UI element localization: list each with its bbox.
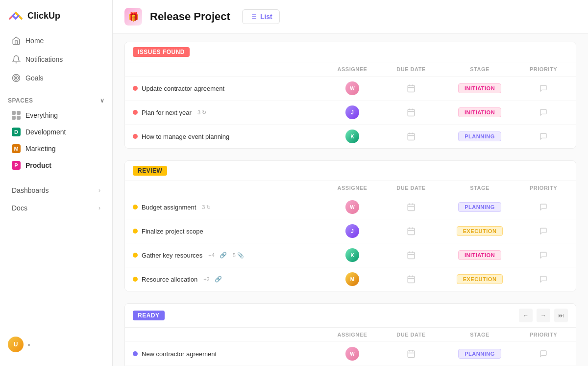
col-task bbox=[133, 66, 323, 72]
toolbar-skip-forward[interactable]: ⏭ bbox=[554, 309, 568, 322]
task-status-dot bbox=[133, 253, 138, 258]
priority-icon bbox=[539, 350, 547, 358]
assignee-cell: J bbox=[323, 105, 382, 119]
marketing-dot: M bbox=[12, 144, 21, 153]
col-priority-r: PRIORITY bbox=[519, 185, 568, 191]
assignee-cell: W bbox=[323, 347, 382, 361]
logo-area: ClickUp bbox=[0, 8, 112, 31]
priority-icon bbox=[539, 84, 547, 92]
priority-cell bbox=[519, 132, 568, 140]
avatar: W bbox=[345, 347, 359, 361]
logo-text: ClickUp bbox=[27, 11, 60, 21]
stage-badge: INITIATION bbox=[458, 250, 501, 260]
table-row[interactable]: Finalize project scope J EXECUTION bbox=[125, 219, 576, 243]
product-dot: P bbox=[12, 161, 21, 170]
avatar: W bbox=[345, 81, 359, 95]
svg-rect-37 bbox=[408, 351, 415, 358]
task-name: Budget assignment bbox=[142, 204, 196, 211]
priority-cell bbox=[519, 108, 568, 116]
table-row[interactable]: Plan for next year 3 ↻ J INITIATION bbox=[125, 101, 576, 125]
stage-cell: INITIATION bbox=[441, 250, 519, 260]
user-avatar[interactable]: U bbox=[8, 337, 24, 352]
col-stage-rd: STAGE bbox=[441, 332, 519, 338]
col-priority-rd: PRIORITY bbox=[519, 332, 568, 338]
spaces-label: Spaces bbox=[8, 97, 33, 104]
user-status-dot: ● bbox=[27, 342, 30, 347]
task-cell: Resource allocation +2 🔗 bbox=[133, 276, 323, 283]
stage-badge: PLANNING bbox=[458, 349, 501, 359]
toolbar-arrow-right[interactable]: → bbox=[537, 309, 550, 322]
stage-cell: EXECUTION bbox=[441, 226, 519, 236]
task-badge: 3 ↻ bbox=[197, 109, 206, 116]
sidebar-item-goals[interactable]: Goals bbox=[4, 69, 108, 87]
calendar-icon bbox=[407, 275, 416, 284]
svg-rect-25 bbox=[408, 228, 415, 235]
link-icon: 🔗 bbox=[220, 252, 227, 259]
assignee-cell: W bbox=[323, 200, 382, 214]
priority-icon bbox=[539, 275, 547, 283]
list-view-label: List bbox=[260, 13, 272, 21]
link-icon: 🔗 bbox=[215, 276, 222, 283]
col-assignee-r: ASSIGNEE bbox=[323, 185, 382, 191]
avatar: J bbox=[345, 105, 359, 119]
task-name: New contractor agreement bbox=[142, 350, 217, 358]
table-row[interactable]: Budget assignment 3 ↻ W PLANNING bbox=[125, 195, 576, 219]
stage-badge: EXECUTION bbox=[457, 226, 503, 236]
date-cell bbox=[382, 227, 441, 235]
task-cell: How to manage event planning bbox=[133, 133, 323, 140]
section-label-ready: READY bbox=[133, 311, 165, 320]
svg-point-1 bbox=[14, 76, 19, 80]
list-view-button[interactable]: List bbox=[242, 9, 280, 24]
sidebar-item-marketing[interactable]: M Marketing bbox=[4, 140, 108, 157]
sidebar-item-development[interactable]: D Development bbox=[4, 124, 108, 140]
goals-label: Goals bbox=[25, 74, 44, 82]
attachment-badge: 5 📎 bbox=[233, 252, 244, 259]
sidebar-item-dashboards[interactable]: Dashboards › bbox=[4, 182, 108, 199]
task-name: Plan for next year bbox=[142, 109, 192, 116]
svg-rect-29 bbox=[408, 252, 415, 259]
bell-icon bbox=[12, 55, 21, 64]
table-header-review: ASSIGNEE DUE DATE STAGE PRIORITY bbox=[125, 181, 576, 195]
task-badge: +2 bbox=[203, 276, 210, 282]
sidebar-item-everything[interactable]: Everything bbox=[4, 107, 108, 124]
calendar-icon bbox=[407, 251, 416, 260]
svg-rect-17 bbox=[408, 133, 415, 140]
table-header-ready: ASSIGNEE DUE DATE STAGE PRIORITY bbox=[125, 328, 576, 342]
task-cell: Gather key resources +4 🔗 5 📎 bbox=[133, 252, 323, 259]
task-name: Resource allocation bbox=[142, 276, 197, 283]
stage-cell: PLANNING bbox=[441, 349, 519, 359]
sidebar-item-product[interactable]: P Product bbox=[4, 157, 108, 174]
section-label-issues: ISSUES FOUND bbox=[133, 47, 190, 57]
calendar-icon bbox=[407, 203, 416, 211]
assignee-cell: W bbox=[323, 81, 382, 95]
date-cell bbox=[382, 251, 441, 260]
goals-icon bbox=[12, 74, 21, 82]
sidebar-item-notifications[interactable]: Notifications bbox=[4, 50, 108, 69]
sidebar-item-docs[interactable]: Docs › bbox=[4, 199, 108, 217]
development-dot: D bbox=[12, 128, 21, 136]
table-row[interactable]: Resource allocation +2 🔗 M EXECUTION bbox=[125, 267, 576, 291]
col-duedate-1: DUE DATE bbox=[382, 66, 441, 72]
table-row[interactable]: New contractor agreement W PLANNING bbox=[125, 342, 576, 366]
list-icon bbox=[249, 13, 257, 21]
docs-label: Docs bbox=[12, 204, 27, 212]
task-status-dot bbox=[133, 351, 138, 356]
col-task-rd bbox=[133, 332, 323, 338]
priority-cell bbox=[519, 251, 568, 259]
col-priority-1: PRIORITY bbox=[519, 66, 568, 72]
task-name: Gather key resources bbox=[142, 252, 202, 259]
dashboards-chevron-icon: › bbox=[98, 187, 100, 194]
spaces-chevron-icon[interactable]: ∨ bbox=[100, 97, 105, 104]
task-badge: 3 ↻ bbox=[202, 204, 211, 210]
table-row[interactable]: Gather key resources +4 🔗 5 📎 K INITIATI… bbox=[125, 243, 576, 267]
priority-cell bbox=[519, 227, 568, 235]
home-icon bbox=[12, 36, 21, 45]
sidebar-item-home[interactable]: Home bbox=[4, 31, 108, 50]
toolbar-arrow-left[interactable]: ← bbox=[519, 309, 533, 322]
content-area: ISSUES FOUND ASSIGNEE DUE DATE STAGE PRI… bbox=[113, 34, 588, 366]
table-row[interactable]: How to manage event planning K PLANNING bbox=[125, 125, 576, 148]
avatar: J bbox=[345, 224, 359, 238]
priority-icon bbox=[539, 227, 547, 235]
stage-badge: INITIATION bbox=[458, 83, 501, 93]
table-row[interactable]: Update contractor agreement W INITIATION bbox=[125, 77, 576, 101]
